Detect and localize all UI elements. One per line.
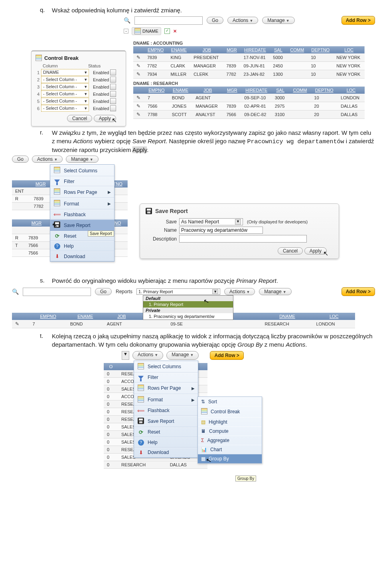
menu-rows-per-page[interactable]: Rows Per Page▶ [50, 186, 114, 198]
edit-icon[interactable]: ✎ [133, 102, 144, 110]
search-icon: 🔍 [12, 288, 19, 295]
cb-col-4[interactable]: - Select Column -▾ [41, 91, 89, 97]
table-row: ✎7BONDAGENT09-SERESEARCHLONDON [12, 320, 355, 328]
step-letter: s. [40, 277, 52, 285]
step-letter: t. [40, 332, 52, 349]
menu-flashback[interactable]: ⟸Flashback [134, 406, 198, 416]
step-text: Wskaż odpowiednią kolumnę i zatwierdź zm… [52, 6, 182, 14]
table-row: ✎7788SCOTTANALYST756609-DEC-82310020DALL… [133, 110, 365, 119]
step-text: Powróć do oryginalnego widoku wybierając… [52, 277, 278, 285]
reports-opt-primary[interactable]: 1. Primary Report [143, 301, 233, 308]
table-row: ✎7BONDAGENT09-SEP-10300010LONDON [133, 94, 365, 102]
desc-label: Description [146, 236, 179, 242]
save-icon [146, 208, 152, 214]
manage-button-3[interactable]: Manage▼ [259, 288, 291, 295]
menu-select-columns[interactable]: Select Columns [134, 361, 198, 373]
actions-button-2[interactable]: Actions▼ [32, 156, 63, 163]
edit-icon[interactable]: ✎ [12, 320, 29, 328]
sub-chart[interactable]: 📊Chart [198, 445, 262, 454]
group-label-1: DNAME : ACCOUNTING [133, 41, 375, 45]
table-row: ✎7839KINGPRESIDENT17-NOV-81500010NEW YOR… [133, 53, 365, 62]
menu-download[interactable]: ⬇Download [134, 448, 198, 458]
reports-select[interactable]: 1. Primary Report▼ [136, 288, 220, 295]
go-button[interactable]: Go [207, 17, 223, 24]
manage-button-4[interactable]: Manage▼ [166, 351, 199, 360]
manage-button[interactable]: Manage▼ [262, 17, 294, 24]
cb-col-5[interactable]: - Select Column -▾ [41, 98, 89, 105]
name-input[interactable]: Pracownicy wg departamentów [179, 227, 263, 234]
data-table-1: EMPNOENAMEJOBMGRHIREDATESALCOMMDEPTNOLOC… [133, 46, 365, 79]
break-chip[interactable]: DNAME [132, 27, 161, 35]
table-row: ✎7782CLARKMANAGER783909-JUN-81245010NEW … [133, 62, 365, 70]
tooltip-save-report: Save Report [88, 231, 114, 237]
table-header-1: EMPNOENAMEJOBMGRHIREDATESALCOMMDEPTNOLOC [133, 46, 365, 53]
save-report-dialog: Save Report Save As Named Report▼ (Only … [140, 203, 339, 259]
step-text: W związku z tym, że wygląd ten będzie pr… [52, 129, 375, 154]
reports-group-default: Default [143, 296, 233, 301]
cb-col-2[interactable]: - Select Column -▾ [41, 76, 89, 83]
search-input[interactable] [134, 16, 203, 25]
save-type-select[interactable]: As Named Report▼ [179, 218, 243, 225]
save-note: (Only displayed for developers) [247, 219, 308, 224]
menu-format[interactable]: Format▶ [134, 394, 198, 406]
control-break-dialog: Control Break ColumnStatus 1DNAME▾Enable… [31, 50, 126, 126]
sub-highlight[interactable]: ▤Highlight [198, 417, 262, 426]
actions-button-4[interactable]: Actions▼ [132, 351, 163, 360]
menu-help[interactable]: ?Help [50, 241, 114, 251]
menu-download[interactable]: ⬇Download [50, 251, 114, 261]
cb-cancel-button[interactable]: Cancel [67, 115, 92, 122]
unknown-select[interactable]: ▼ [122, 351, 129, 360]
edit-icon[interactable]: ✎ [133, 62, 144, 70]
edit-icon[interactable]: ✎ [133, 110, 144, 119]
sub-group-by[interactable]: ▦Group By ↖ [198, 454, 262, 463]
cb-col-3[interactable]: - Select Column -▾ [41, 83, 89, 90]
sub-compute[interactable]: 🖩Compute [198, 426, 262, 436]
collapse-icon[interactable]: - [124, 29, 128, 34]
actions-button[interactable]: Actions▼ [227, 17, 258, 24]
menu-help[interactable]: ?Help [134, 437, 198, 448]
actions-menu: Select Columns Filter Rows Per Page▶ For… [50, 164, 115, 262]
edit-icon[interactable]: ✎ [133, 53, 144, 62]
menu-save-report[interactable]: Save Report ↖ [50, 219, 114, 231]
actions-menu-2: Select Columns Filter Rows Per Page▶ For… [134, 361, 198, 458]
cb-col-1[interactable]: DNAME▾ [41, 69, 89, 76]
search-input-2[interactable] [23, 288, 91, 296]
step-letter: q. [40, 6, 52, 14]
desc-input[interactable] [179, 235, 307, 243]
menu-format[interactable]: Format▶ [50, 198, 114, 209]
reports-opt-private1[interactable]: 1. Pracownicy wg departamentów [143, 313, 233, 320]
sub-aggregate[interactable]: ΣAggregate [198, 436, 262, 445]
cb-col-6[interactable]: - Select Column -▾ [41, 105, 89, 112]
table-row: ✎7934MILLERCLERK778223-JAN-82130010NEW Y… [133, 70, 365, 79]
sr-cancel-button[interactable]: Cancel [278, 247, 303, 255]
control-break-icon [36, 55, 42, 61]
menu-filter[interactable]: Filter [134, 373, 198, 383]
group-label-2: DNAME : RESEARCH [133, 81, 375, 86]
menu-flashback[interactable]: ⟸Flashback [50, 209, 114, 219]
save-label: Save [146, 219, 179, 225]
go-button-3[interactable]: Go [95, 288, 112, 295]
actions-button-3[interactable]: Actions▼ [224, 288, 255, 295]
menu-reset[interactable]: ⟳Reset [134, 427, 198, 437]
menu-rows-per-page[interactable]: Rows Per Page▶ [134, 383, 198, 394]
cb-status-1[interactable] [110, 69, 116, 75]
cursor-icon: ↖ [112, 117, 117, 124]
go-button-2[interactable]: Go [12, 156, 29, 163]
chip-enabled-checkbox[interactable]: ✓ [164, 28, 170, 34]
step-text: Kolejną rzeczą o jaką uzupełnimy naszą a… [52, 332, 375, 349]
add-row-button-3[interactable]: Add Row > [210, 351, 243, 360]
table-row: 0RESEARCHDALLAS [104, 461, 207, 468]
reports-popup: Default 1. Primary Report Private 1. Pra… [143, 295, 233, 320]
edit-icon[interactable]: ✎ [133, 94, 144, 102]
cursor-icon: ↖ [323, 250, 328, 257]
manage-button-2[interactable]: Manage▼ [66, 156, 98, 163]
sub-sort[interactable]: ⇅Sort [198, 397, 262, 406]
menu-save-report[interactable]: Save Report [134, 416, 198, 427]
menu-filter[interactable]: Filter [50, 176, 114, 186]
sub-control-break[interactable]: Control Break [198, 406, 262, 417]
chip-remove-icon[interactable]: ✕ [173, 29, 177, 34]
menu-select-columns[interactable]: Select Columns [50, 165, 114, 176]
add-row-button[interactable]: Add Row > [342, 16, 375, 25]
edit-icon[interactable]: ✎ [133, 70, 144, 79]
add-row-button-2[interactable]: Add Row > [342, 287, 375, 296]
